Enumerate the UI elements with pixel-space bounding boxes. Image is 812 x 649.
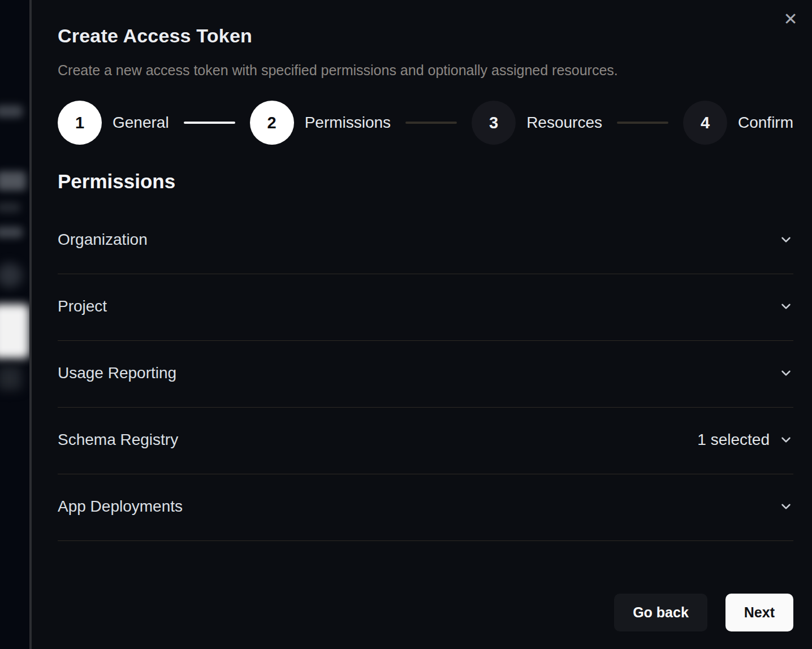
selection-count-badge: 1 selected [697, 431, 770, 449]
chevron-down-icon [779, 499, 793, 514]
accordion-app-deployments[interactable]: App Deployments [58, 474, 793, 541]
step-resources[interactable]: 3 Resources [472, 101, 602, 145]
modal-subtitle: Create a new access token with specified… [58, 62, 793, 79]
chevron-down-icon [779, 366, 793, 380]
create-access-token-modal: ✕ Create Access Token Create a new acces… [32, 0, 812, 649]
accordion-usage-reporting[interactable]: Usage Reporting [58, 341, 793, 408]
accordion-label: Organization [58, 231, 148, 249]
step-connector [617, 122, 668, 124]
backdrop-blurred-text [0, 202, 20, 213]
close-icon: ✕ [783, 9, 797, 29]
modal-footer: Go back Next [58, 594, 793, 631]
step-permissions[interactable]: 2 Permissions [250, 101, 391, 145]
go-back-button[interactable]: Go back [614, 594, 707, 631]
step-label: Permissions [305, 114, 391, 132]
chevron-down-icon [779, 299, 793, 314]
accordion-project[interactable]: Project [58, 274, 793, 341]
close-button[interactable]: ✕ [779, 8, 802, 31]
accordion-label: Schema Registry [58, 431, 178, 449]
accordion-organization[interactable]: Organization [58, 207, 793, 274]
accordion-schema-registry[interactable]: Schema Registry 1 selected [58, 408, 793, 474]
screen: ✕ Create Access Token Create a new acces… [0, 0, 812, 649]
accordion-label: App Deployments [58, 497, 183, 516]
backdrop-blurred-text [0, 227, 23, 238]
step-label: Resources [526, 114, 602, 132]
backdrop-blurred-text [0, 105, 23, 118]
page-backdrop [0, 0, 32, 649]
modal-title: Create Access Token [58, 25, 793, 47]
step-connector [405, 122, 457, 124]
backdrop-blurred-text [0, 171, 26, 191]
step-label: Confirm [738, 114, 793, 132]
wizard-stepper: 1 General 2 Permissions 3 Resources 4 Co… [58, 101, 793, 145]
permissions-heading: Permissions [58, 170, 793, 193]
step-confirm[interactable]: 4 Confirm [683, 101, 793, 145]
step-number-badge: 1 [58, 101, 102, 145]
step-general[interactable]: 1 General [58, 101, 169, 145]
backdrop-blurred-icon [0, 263, 23, 288]
accordion-label: Project [58, 297, 107, 315]
spacer [58, 541, 793, 594]
step-number-badge: 3 [472, 101, 516, 145]
step-number-badge: 2 [250, 101, 294, 145]
step-label: General [113, 114, 169, 132]
accordion-label: Usage Reporting [58, 364, 176, 382]
chevron-down-icon [779, 232, 793, 247]
next-button[interactable]: Next [725, 594, 793, 631]
chevron-down-icon [779, 432, 793, 447]
step-number-badge: 4 [683, 101, 727, 145]
backdrop-blurred-button [0, 304, 29, 358]
permissions-accordion-list: Organization Project Usage Reporting [58, 207, 793, 541]
step-connector [184, 122, 235, 124]
backdrop-blurred-icon [0, 366, 21, 390]
